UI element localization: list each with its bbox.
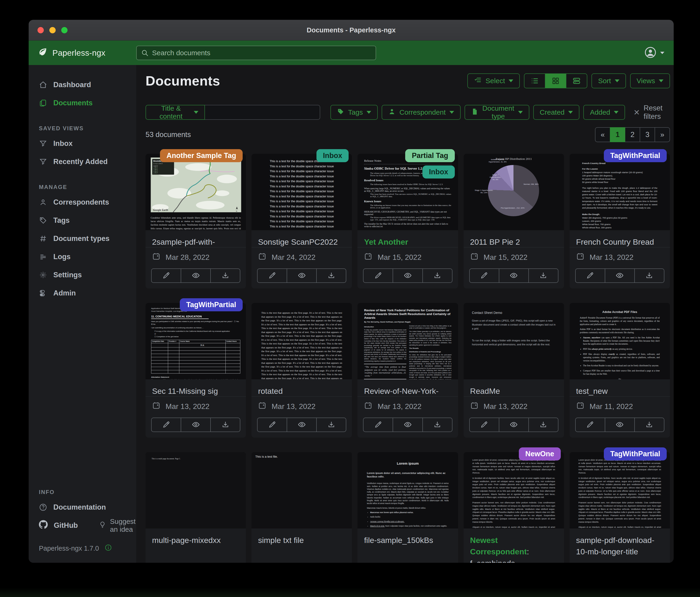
sidebar-item-correspondents[interactable]: Correspondents (29, 193, 136, 211)
pagination-page-2[interactable]: 2 (625, 127, 640, 142)
edit-document-button[interactable] (151, 268, 181, 283)
document-title[interactable]: simple txt file (251, 528, 352, 563)
pagination-prev[interactable]: « (595, 127, 610, 142)
sort-button[interactable]: Sort (592, 73, 626, 88)
view-document-button[interactable] (181, 268, 211, 283)
document-type-filter-button[interactable]: Document type (465, 105, 529, 120)
document-tag[interactable]: Inbox (317, 149, 349, 162)
view-document-button[interactable] (287, 268, 317, 283)
document-title[interactable]: Yet Another Correspondent: Testing Email (357, 230, 458, 247)
download-document-button[interactable] (316, 417, 346, 432)
edit-document-button[interactable] (575, 417, 605, 432)
document-correspondent[interactable]: Newest Correspondent (470, 536, 527, 556)
document-thumbnail[interactable]: This is a test file. (251, 452, 352, 528)
tags-filter-button[interactable]: Tags (330, 105, 378, 120)
document-title[interactable]: sample-pdf-download-10-mb-longer-title (570, 528, 670, 563)
sidebar-item-inbox[interactable]: Inbox (29, 135, 136, 152)
download-document-button[interactable] (316, 268, 346, 283)
document-thumbnail[interactable]: Patient BP Distribution 2011Normal, 158,… (464, 154, 564, 230)
correspondent-filter-button[interactable]: Correspondent (382, 105, 460, 120)
search-input[interactable] (136, 46, 376, 60)
document-thumbnail[interactable]: Lorem ipsum dolor sit amet, consectetur … (570, 452, 670, 528)
document-thumbnail[interactable]: Lorem ipsum dolor sit amet, consectetur … (464, 452, 564, 528)
view-document-button[interactable] (605, 268, 635, 283)
download-document-button[interactable] (528, 417, 558, 432)
view-detail-button[interactable] (566, 74, 587, 88)
download-document-button[interactable] (634, 417, 665, 432)
document-title[interactable]: Sonstige ScanPC2022 03-24_081058 (251, 230, 352, 247)
sidebar-item-dashboard[interactable]: Dashboard (29, 76, 136, 94)
download-document-button[interactable] (634, 268, 665, 283)
document-tag[interactable]: TagWithPartial (604, 447, 667, 460)
edit-document-button[interactable] (469, 417, 499, 432)
view-grid-button[interactable] (545, 74, 566, 88)
sidebar-item-documentation[interactable]: Documentation (29, 498, 136, 517)
document-tag[interactable]: TagWithPartial (180, 298, 243, 311)
edit-document-button[interactable] (363, 417, 393, 432)
document-title[interactable]: ReadMe (464, 379, 564, 397)
info-circle-icon[interactable] (104, 544, 112, 553)
edit-document-button[interactable] (257, 268, 287, 283)
download-document-button[interactable] (422, 268, 452, 283)
document-title[interactable]: 2sample-pdf-with-images (146, 230, 246, 247)
document-thumbnail[interactable]: Adobe Acrobat PDF FilesAdobe® Portable D… (570, 303, 670, 379)
document-thumbnail[interactable]: Boundary Waters Tripfor days in BWCALege… (146, 154, 246, 230)
document-title[interactable]: French Country Bread Revised.docx (570, 230, 670, 247)
document-thumbnail[interactable]: Application for Medical Staff MembersGoo… (146, 303, 246, 379)
document-thumbnail[interactable]: This is the text that appears on the fir… (251, 303, 352, 379)
document-thumbnail[interactable]: Review of New York Federal Petitions for… (357, 303, 458, 379)
view-document-button[interactable] (605, 417, 635, 432)
view-document-button[interactable] (393, 417, 423, 432)
sidebar-item-documents[interactable]: Documents (29, 94, 136, 112)
document-correspondent[interactable]: Yet Another Correspondent (364, 237, 421, 247)
pagination-page-3[interactable]: 3 (640, 127, 655, 142)
document-thumbnail[interactable]: Contact Sheet DemoGiven a set of image f… (464, 303, 564, 379)
download-document-button[interactable] (210, 268, 240, 283)
edit-document-button[interactable] (469, 268, 499, 283)
document-title[interactable]: rotated (251, 379, 352, 397)
reset-filters-button[interactable]: ✕ Reset filters (633, 104, 671, 121)
document-thumbnail[interactable]: French Country BreadFor the Leaven1 heap… (570, 154, 670, 230)
document-tag[interactable]: NewOne (519, 447, 561, 460)
sidebar-item-document-types[interactable]: Document types (29, 230, 136, 248)
document-title[interactable]: test_new (570, 379, 670, 397)
suggest-idea-link[interactable]: Suggest an idea (99, 518, 136, 533)
created-filter-button[interactable]: Created (533, 105, 580, 120)
minimize-window-button[interactable] (49, 27, 56, 33)
sidebar-item-logs[interactable]: Logs (29, 248, 136, 266)
document-thumbnail[interactable]: Lorem ipsumLorem ipsum dolor sit amet, c… (357, 452, 458, 528)
app-logo[interactable]: Paperless-ngx (29, 47, 136, 58)
edit-document-button[interactable] (257, 417, 287, 432)
view-document-button[interactable] (499, 268, 529, 283)
download-document-button[interactable] (210, 417, 240, 432)
download-document-button[interactable] (422, 417, 452, 432)
document-tag[interactable]: TagWithPartial (604, 149, 667, 162)
download-document-button[interactable] (528, 268, 558, 283)
views-button[interactable]: Views (630, 73, 670, 88)
pagination-next[interactable]: » (655, 127, 670, 142)
added-filter-button[interactable]: Added (583, 105, 625, 120)
view-list-button[interactable] (524, 74, 545, 88)
maximize-window-button[interactable] (61, 27, 68, 33)
select-button[interactable]: Select (467, 73, 520, 88)
document-title[interactable]: Sec 11-Missing sig (146, 379, 246, 397)
view-document-button[interactable] (287, 417, 317, 432)
document-tag[interactable]: Another Sample Tag (160, 149, 243, 162)
view-document-button[interactable] (393, 268, 423, 283)
document-title[interactable]: Newest Correspondent: f_combineds (464, 528, 564, 563)
edit-document-button[interactable] (151, 417, 181, 432)
view-document-button[interactable] (181, 417, 211, 432)
edit-document-button[interactable] (575, 268, 605, 283)
user-menu[interactable] (644, 46, 665, 60)
sidebar-item-recently-added[interactable]: Recently Added (29, 152, 136, 171)
pagination-page-1[interactable]: 1 (610, 127, 625, 142)
sidebar-item-settings[interactable]: Settings (29, 266, 136, 284)
document-thumbnail[interactable]: This is a multi page document. Page 1. (146, 452, 246, 528)
document-title[interactable]: Review-of-New-York-Federal-Petitions-art… (357, 379, 458, 397)
sidebar-item-tags[interactable]: Tags (29, 211, 136, 230)
filter-text-input[interactable] (205, 105, 320, 120)
document-tag[interactable]: Inbox (422, 165, 455, 178)
sidebar-item-admin[interactable]: Admin (29, 284, 136, 302)
document-title[interactable]: multi-page-mixedxx (146, 528, 246, 563)
document-thumbnail[interactable]: This is a test for the double space char… (251, 154, 352, 230)
